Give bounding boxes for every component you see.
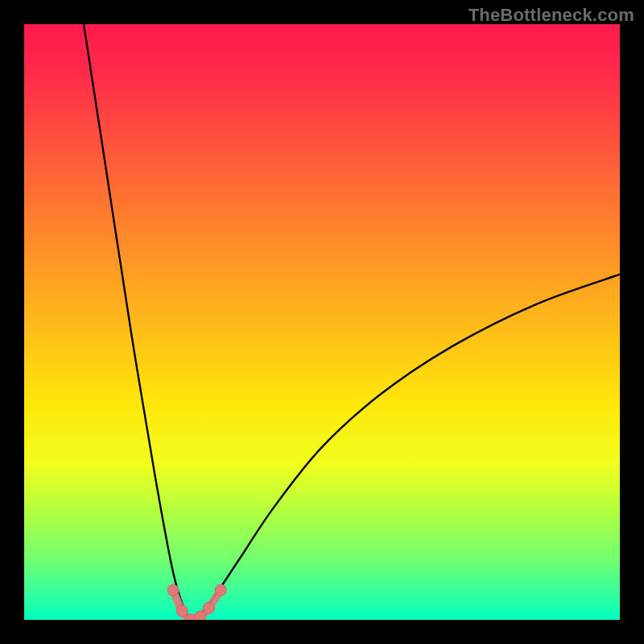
- trough-marker: [203, 602, 214, 613]
- trough-marker: [167, 584, 179, 596]
- trough-marker: [215, 584, 226, 596]
- watermark-text: TheBottleneck.com: [469, 5, 634, 26]
- trough-marker: [176, 605, 188, 617]
- bottleneck-curve: [84, 24, 620, 620]
- curve-svg: [24, 24, 620, 620]
- chart-frame: TheBottleneck.com: [0, 0, 644, 644]
- plot-area: [24, 24, 620, 620]
- trough-marker: [194, 611, 205, 620]
